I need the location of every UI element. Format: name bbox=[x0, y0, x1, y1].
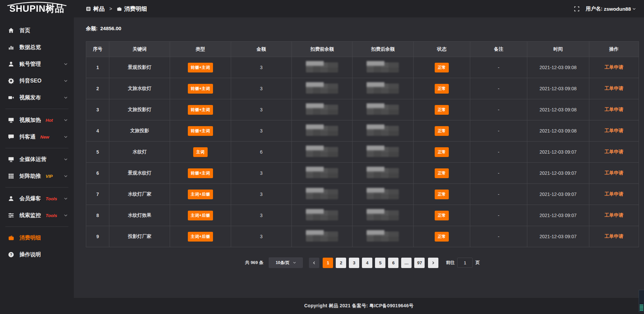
work-order-link[interactable]: 工单申请 bbox=[604, 149, 623, 154]
sidebar-item-label: 账号管理 bbox=[19, 61, 41, 68]
page-size-select[interactable]: 10条/页 bbox=[269, 257, 303, 268]
type-badge: 前缀+主词 bbox=[188, 105, 213, 115]
redacted-balance bbox=[306, 189, 338, 199]
breadcrumb-item-消费明细[interactable]: 消费明细 bbox=[117, 5, 147, 13]
gear-icon bbox=[8, 78, 14, 84]
cell-keyword: 投影灯厂家 bbox=[109, 226, 170, 247]
work-order-link[interactable]: 工单申请 bbox=[604, 170, 623, 175]
sidebar-item-抖客通[interactable]: 抖客通New bbox=[0, 128, 74, 145]
sidebar-item-线索监控[interactable]: 线索监控Tools bbox=[0, 207, 74, 224]
app-icon bbox=[86, 6, 91, 11]
sidebar-item-全媒体运营[interactable]: 全媒体运营 bbox=[0, 151, 74, 168]
page-button-5[interactable]: 5 bbox=[375, 258, 385, 268]
work-order-link[interactable]: 工单申请 bbox=[604, 233, 623, 239]
page-button-1[interactable]: 1 bbox=[323, 258, 333, 268]
sidebar-item-视频发布[interactable]: 视频发布 bbox=[0, 89, 74, 106]
cell-keyword: 水纹灯厂家 bbox=[109, 184, 170, 205]
cell-index: 6 bbox=[86, 163, 109, 184]
cell-time: 2021-12-03 09:08 bbox=[527, 99, 589, 120]
monitor-play-icon bbox=[8, 117, 14, 123]
column-header-状态: 状态 bbox=[413, 42, 470, 57]
redacted-balance bbox=[306, 168, 338, 178]
type-badge: 主词 bbox=[193, 147, 208, 157]
page-buttons: 123456…97 bbox=[323, 258, 425, 268]
cell-action: 工单申请 bbox=[589, 184, 639, 205]
breadcrumb: 树品>消费明细 bbox=[86, 5, 147, 13]
goto-page-input[interactable] bbox=[457, 258, 473, 268]
cell-remark: - bbox=[470, 184, 527, 205]
page-button-2[interactable]: 2 bbox=[336, 258, 346, 268]
cell-balance-after bbox=[353, 57, 413, 78]
column-header-类型: 类型 bbox=[170, 42, 231, 57]
goto-suffix: 页 bbox=[475, 260, 480, 266]
table-row: 4文旅投影前缀+主词3正常-2021-12-03 09:08工单申请 bbox=[86, 120, 639, 142]
sidebar-item-数据总览[interactable]: 数据总览 bbox=[0, 39, 74, 56]
pagination-total: 共 969 条 bbox=[245, 260, 264, 266]
sidebar-item-label: 消费明细 bbox=[19, 234, 41, 242]
cell-remark: - bbox=[470, 163, 527, 184]
cell-action: 工单申请 bbox=[589, 78, 639, 99]
sidebar-item-label: 视频发布 bbox=[19, 94, 41, 101]
breadcrumb-item-树品[interactable]: 树品 bbox=[86, 5, 105, 13]
wallet-icon bbox=[8, 235, 14, 241]
redacted-balance bbox=[367, 126, 399, 136]
work-order-link[interactable]: 工单申请 bbox=[604, 191, 623, 197]
redacted-balance bbox=[306, 147, 338, 157]
work-order-link[interactable]: 工单申请 bbox=[604, 128, 623, 133]
redacted-balance bbox=[367, 62, 399, 72]
sidebar-item-消费明细[interactable]: 消费明细 bbox=[0, 229, 74, 246]
work-order-link[interactable]: 工单申请 bbox=[604, 64, 623, 70]
sidebar-item-label: 抖客通 bbox=[19, 134, 36, 141]
page-button-4[interactable]: 4 bbox=[362, 258, 372, 268]
cell-status: 正常 bbox=[413, 163, 470, 184]
monitor-play-icon bbox=[8, 117, 14, 123]
page-ellipsis-button[interactable]: … bbox=[401, 258, 412, 268]
redacted-balance bbox=[367, 105, 399, 115]
chat-widget[interactable] bbox=[639, 290, 644, 312]
cell-keyword: 文旅投影灯 bbox=[109, 99, 170, 120]
cell-remark: - bbox=[470, 142, 527, 163]
work-order-link[interactable]: 工单申请 bbox=[604, 212, 623, 218]
sidebar-item-视频加热[interactable]: 视频加热Hot bbox=[0, 112, 74, 128]
sidebar-item-操作说明[interactable]: ?操作说明 bbox=[0, 246, 74, 263]
cell-status: 正常 bbox=[413, 78, 470, 99]
cell-balance-after bbox=[353, 99, 413, 120]
status-badge: 正常 bbox=[435, 232, 449, 242]
status-badge: 正常 bbox=[435, 126, 449, 136]
chevron-down-icon bbox=[64, 197, 68, 201]
pagination: 共 969 条 10条/页 123456…97 前往 页 bbox=[86, 257, 639, 268]
fullscreen-icon[interactable] bbox=[574, 6, 580, 12]
sidebar-item-会员爆客[interactable]: 会员爆客Tools bbox=[0, 190, 74, 207]
wallet-icon bbox=[117, 6, 122, 11]
next-page-button[interactable] bbox=[428, 258, 438, 268]
column-header-时间: 时间 bbox=[527, 42, 589, 57]
sidebar-item-抖音SEO[interactable]: 抖音SEO bbox=[0, 72, 74, 89]
page-button-97[interactable]: 97 bbox=[414, 258, 425, 268]
logo[interactable]: SHUPIN树品 bbox=[0, 0, 74, 17]
page-size-value: 10条/页 bbox=[276, 260, 289, 266]
cell-status: 正常 bbox=[413, 57, 470, 78]
cell-type: 主词 bbox=[170, 142, 231, 163]
cell-remark: - bbox=[470, 57, 527, 78]
prev-page-button[interactable] bbox=[309, 258, 319, 268]
sidebar-item-账号管理[interactable]: 账号管理 bbox=[0, 56, 74, 72]
work-order-link[interactable]: 工单申请 bbox=[604, 86, 623, 91]
breadcrumb-separator: > bbox=[109, 6, 112, 11]
cell-time: 2021-12-03 09:07 bbox=[527, 205, 589, 226]
column-header-备注: 备注 bbox=[470, 42, 527, 57]
sidebar-item-矩阵助推[interactable]: 矩阵助推VIP bbox=[0, 168, 74, 185]
redacted-balance bbox=[306, 105, 338, 115]
chat-icon bbox=[8, 134, 14, 140]
work-order-link[interactable]: 工单申请 bbox=[604, 107, 623, 112]
chevron-down-icon bbox=[64, 135, 68, 139]
cell-balance-before bbox=[292, 163, 353, 184]
type-badge: 主词+后缀 bbox=[188, 211, 213, 220]
user-menu[interactable]: 用户名: zswodun88 bbox=[586, 6, 636, 12]
cell-action: 工单申请 bbox=[589, 120, 639, 142]
page-button-3[interactable]: 3 bbox=[349, 258, 359, 268]
chevron-down-icon bbox=[64, 174, 68, 178]
page-button-6[interactable]: 6 bbox=[388, 258, 398, 268]
sidebar-item-首页[interactable]: 首页 bbox=[0, 22, 74, 39]
redacted-balance bbox=[367, 189, 399, 199]
table-row: 3文旅投影灯前缀+主词3正常-2021-12-03 09:08工单申请 bbox=[86, 99, 639, 120]
